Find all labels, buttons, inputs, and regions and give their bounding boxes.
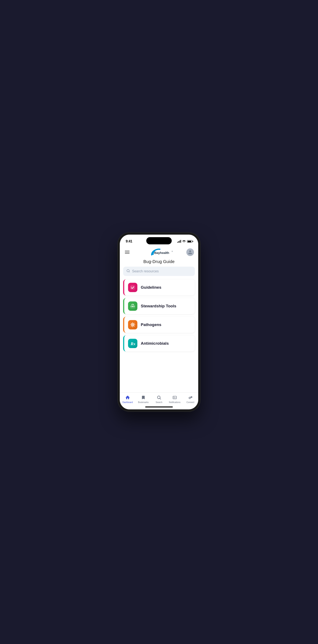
phone-frame: 9:41 [118, 232, 200, 412]
svg-line-13 [134, 323, 134, 324]
menu-list: Guidelines Stewardship Tools [120, 279, 198, 392]
connect-nav-label: Connect [186, 401, 194, 404]
svg-line-18 [160, 398, 161, 399]
profile-avatar-icon [188, 250, 193, 254]
bookmarks-icon [141, 395, 146, 400]
dashboard-icon [125, 395, 130, 400]
pathogens-label: Pathogens [141, 322, 161, 327]
search-nav-label: Search [156, 401, 162, 404]
menu-item-pathogens[interactable]: Pathogens [123, 317, 195, 333]
svg-line-11 [131, 323, 132, 324]
search-bar-icon [127, 269, 130, 274]
status-icons [177, 240, 192, 243]
app-header: Bayhealth ® [120, 245, 198, 258]
volume-down-button [118, 291, 118, 304]
notifications-nav-label: Notifications [169, 401, 180, 404]
antimicrobials-label: Antimicrobials [141, 341, 169, 346]
menu-item-antimicrobials[interactable]: Rx Antimicrobials [123, 335, 195, 352]
logo: Bayhealth ® [144, 247, 173, 258]
nav-item-dashboard[interactable]: Dashboard [120, 395, 135, 404]
svg-line-12 [134, 326, 134, 326]
bayhealth-logo-svg: Bayhealth ® [144, 247, 173, 258]
wifi-icon [182, 240, 186, 243]
nav-item-bookmarks[interactable]: Bookmarks [135, 395, 151, 404]
bookmarks-nav-label: Bookmarks [138, 401, 149, 404]
antimicrobials-icon: Rx [128, 339, 137, 348]
connect-icon [188, 395, 193, 400]
app-title: Bug-Drug Guide [120, 258, 198, 267]
svg-point-23 [190, 398, 190, 398]
svg-point-24 [191, 397, 192, 398]
pathogens-icon [128, 320, 137, 330]
volume-up-button [118, 273, 118, 286]
svg-text:Rx: Rx [130, 342, 135, 346]
menu-item-stewardship[interactable]: Stewardship Tools [123, 298, 195, 314]
dynamic-island [146, 237, 172, 244]
search-bar[interactable]: Search resources [123, 267, 195, 276]
svg-text:Bayhealth: Bayhealth [154, 251, 169, 254]
menu-item-guidelines[interactable]: Guidelines [123, 279, 195, 296]
svg-point-20 [175, 398, 176, 398]
battery-icon [187, 240, 192, 243]
profile-button[interactable] [186, 248, 194, 256]
signal-icon [177, 240, 181, 243]
mute-button [118, 260, 118, 268]
stewardship-icon [128, 302, 137, 311]
svg-line-14 [131, 326, 132, 326]
menu-button[interactable] [124, 250, 130, 254]
search-placeholder: Search resources [132, 270, 191, 273]
guidelines-icon [128, 283, 137, 292]
screen: 9:41 [120, 234, 198, 410]
svg-rect-19 [173, 396, 177, 399]
nav-item-notifications[interactable]: Notifications [167, 395, 183, 404]
nav-item-connect[interactable]: Connect [183, 395, 198, 404]
dashboard-nav-label: Dashboard [123, 401, 133, 404]
home-indicator [120, 404, 198, 410]
bottom-nav: Dashboard Bookmarks S [120, 392, 198, 404]
guidelines-label: Guidelines [141, 285, 161, 290]
svg-rect-4 [132, 306, 133, 307]
svg-point-15 [132, 324, 133, 325]
svg-text:®: ® [172, 251, 173, 252]
stewardship-label: Stewardship Tools [141, 304, 176, 308]
status-time: 9:41 [126, 240, 132, 243]
search-nav-icon [156, 395, 162, 400]
nav-item-search[interactable]: Search [151, 395, 167, 404]
power-button [200, 266, 200, 281]
search-container: Search resources [120, 267, 198, 279]
notifications-icon [172, 395, 177, 400]
